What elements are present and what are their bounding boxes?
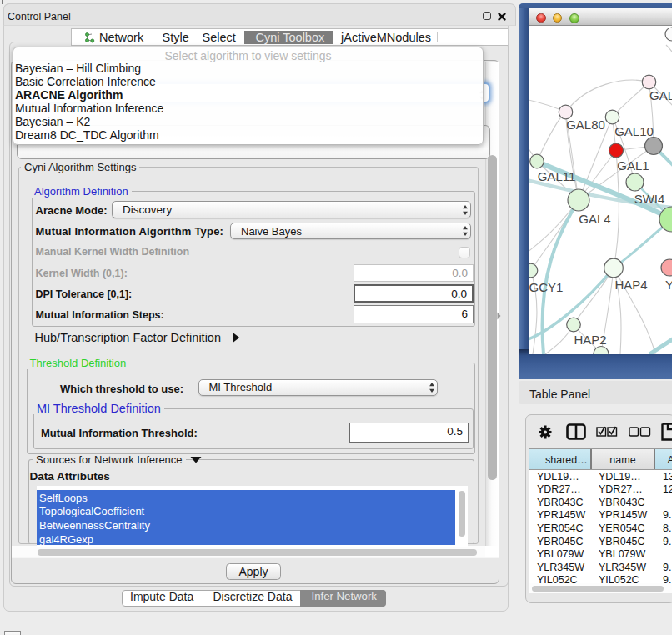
svg-text:HAP2: HAP2 bbox=[574, 332, 606, 347]
svg-text:GAL11: GAL11 bbox=[538, 169, 576, 183]
svg-text:GAL7: GAL7 bbox=[649, 88, 672, 102]
svg-text:GAL1: GAL1 bbox=[617, 158, 649, 172]
svg-text:SWI4: SWI4 bbox=[634, 192, 665, 206]
svg-text:GCY1: GCY1 bbox=[529, 280, 564, 294]
svg-text:GAL10: GAL10 bbox=[614, 124, 654, 138]
svg-text:YM: YM bbox=[665, 278, 672, 292]
svg-text:GAL4: GAL4 bbox=[579, 212, 610, 226]
svg-text:GAL80: GAL80 bbox=[566, 118, 605, 132]
svg-text:HAP4: HAP4 bbox=[614, 278, 647, 292]
